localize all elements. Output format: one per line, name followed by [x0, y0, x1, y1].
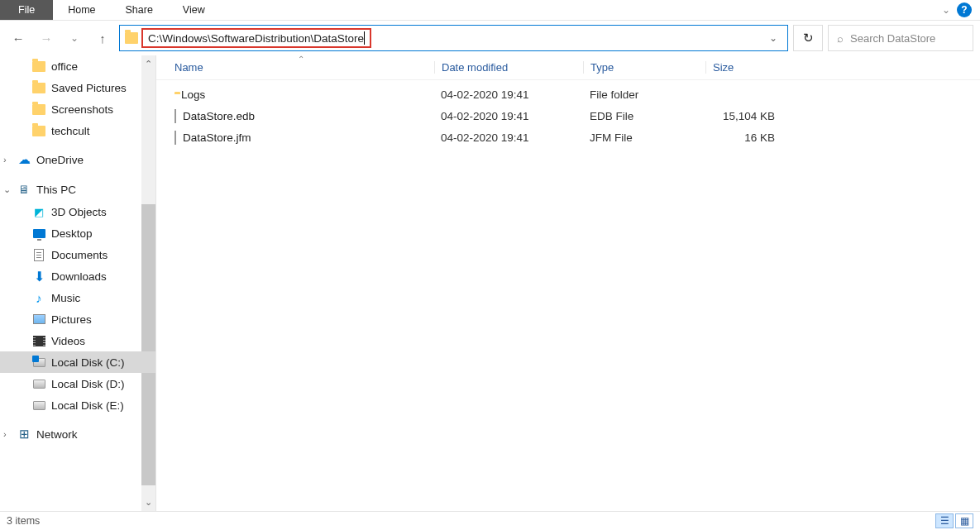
- sidebar-item-local-disk-d[interactable]: Local Disk (D:): [0, 373, 155, 394]
- sidebar-item-downloads[interactable]: ⬇Downloads: [0, 265, 155, 287]
- file-name: DataStore.edb: [183, 110, 255, 122]
- pc-icon: 🖥: [17, 183, 31, 196]
- file-size: 15,104 KB: [705, 110, 786, 122]
- chevron-down-icon[interactable]: ⌄: [3, 184, 11, 195]
- file-row[interactable]: DataStore.edb04-02-2020 19:41EDB File15,…: [156, 105, 980, 127]
- view-large-icons-button[interactable]: ▦: [955, 513, 973, 528]
- sidebar-item-music[interactable]: ♪Music: [0, 287, 155, 308]
- nav-bar: ← → ⌄ ↑ C:\Windows\SoftwareDistribution\…: [0, 21, 980, 55]
- ribbon-tabs: File Home Share View ⌄ ?: [0, 0, 980, 21]
- ribbon-tab-home[interactable]: Home: [53, 0, 110, 20]
- sidebar-item-saved-pictures[interactable]: Saved Pictures: [0, 77, 155, 98]
- address-folder-icon: [125, 32, 138, 44]
- sidebar-item-screenshots[interactable]: Screenshots: [0, 98, 155, 120]
- column-headers: ⌃Name Date modified Type Size: [156, 55, 980, 80]
- file-name: DataStore.jfm: [183, 131, 251, 144]
- file-list-pane: ⌃Name Date modified Type Size Logs04-02-…: [156, 55, 980, 511]
- file-type: File folder: [583, 88, 705, 101]
- address-dropdown-icon[interactable]: ⌄: [764, 32, 782, 44]
- network-icon: ⊞: [17, 427, 31, 441]
- nav-back-icon[interactable]: ←: [7, 26, 30, 50]
- navigation-pane: ⌃ office Saved Pictures Screenshots tech…: [0, 55, 156, 511]
- document-icon: [31, 248, 46, 261]
- status-item-count: 3 items: [7, 515, 40, 527]
- address-path-text[interactable]: C:\Windows\SoftwareDistribution\DataStor…: [148, 32, 364, 45]
- ribbon-tab-share[interactable]: Share: [111, 0, 168, 20]
- sidebar-item-office[interactable]: office: [0, 55, 155, 77]
- column-type[interactable]: Type: [583, 61, 705, 74]
- music-icon: ♪: [31, 291, 46, 304]
- file-row[interactable]: Logs04-02-2020 19:41File folder: [156, 84, 980, 105]
- sidebar-item-desktop[interactable]: Desktop: [0, 222, 155, 244]
- help-icon[interactable]: ?: [957, 2, 972, 17]
- chevron-right-icon[interactable]: ›: [3, 429, 7, 439]
- file-type: EDB File: [583, 110, 705, 122]
- address-highlight: C:\Windows\SoftwareDistribution\DataStor…: [141, 28, 371, 48]
- sidebar-scroll-down-icon[interactable]: ⌄: [145, 497, 152, 508]
- file-size: 16 KB: [705, 131, 786, 144]
- sidebar-item-pictures[interactable]: Pictures: [0, 308, 155, 330]
- refresh-button[interactable]: ↻: [793, 25, 823, 51]
- ribbon-tab-view[interactable]: View: [168, 0, 220, 20]
- file-icon: [174, 131, 176, 144]
- search-icon: ⌕: [837, 32, 844, 45]
- disk-icon: [31, 377, 46, 390]
- 3d-icon: ◩: [31, 205, 46, 218]
- sidebar-item-local-disk-c[interactable]: Local Disk (C:): [0, 351, 155, 373]
- file-date: 04-02-2020 19:41: [434, 131, 583, 144]
- nav-up-icon[interactable]: ↑: [91, 26, 114, 50]
- sidebar-item-videos[interactable]: Videos: [0, 330, 155, 351]
- sidebar-item-local-disk-e[interactable]: Local Disk (E:): [0, 394, 155, 416]
- sort-asc-icon: ⌃: [298, 55, 304, 64]
- file-icon: [174, 110, 176, 122]
- disk-icon: [31, 356, 46, 369]
- sidebar-item-network[interactable]: ›⊞Network: [0, 423, 155, 446]
- file-rows: Logs04-02-2020 19:41File folderDataStore…: [156, 80, 980, 148]
- sidebar-item-onedrive[interactable]: ›☁OneDrive: [0, 148, 155, 171]
- search-input[interactable]: ⌕ Search DataStore: [828, 25, 973, 51]
- download-icon: ⬇: [31, 270, 46, 283]
- file-type: JFM File: [583, 131, 705, 144]
- address-bar[interactable]: C:\Windows\SoftwareDistribution\DataStor…: [119, 25, 788, 51]
- chevron-right-icon[interactable]: ›: [3, 155, 7, 165]
- disk-icon: [31, 399, 46, 412]
- nav-recent-dropdown-icon[interactable]: ⌄: [63, 26, 86, 50]
- nav-forward-icon: →: [35, 26, 58, 50]
- desktop-icon: [31, 227, 46, 240]
- main-area: ⌃ office Saved Pictures Screenshots tech…: [0, 55, 980, 511]
- file-row[interactable]: DataStore.jfm04-02-2020 19:41JFM File16 …: [156, 127, 980, 148]
- sidebar-item-documents[interactable]: Documents: [0, 244, 155, 265]
- sidebar-item-techcult[interactable]: techcult: [0, 120, 155, 141]
- videos-icon: [31, 334, 46, 347]
- search-placeholder: Search DataStore: [850, 32, 935, 45]
- column-size[interactable]: Size: [705, 61, 786, 74]
- view-details-button[interactable]: ☰: [935, 513, 954, 528]
- file-date: 04-02-2020 19:41: [434, 110, 583, 122]
- file-date: 04-02-2020 19:41: [434, 88, 583, 101]
- ribbon-expand-icon[interactable]: ⌄: [942, 4, 950, 16]
- cloud-icon: ☁: [17, 153, 31, 166]
- sidebar-item-this-pc[interactable]: ⌄🖥This PC: [0, 178, 155, 201]
- column-name[interactable]: ⌃Name: [168, 61, 434, 74]
- column-date[interactable]: Date modified: [434, 61, 583, 74]
- pictures-icon: [31, 313, 46, 326]
- sidebar-item-3d-objects[interactable]: ◩3D Objects: [0, 201, 155, 222]
- file-name: Logs: [181, 88, 205, 101]
- ribbon-tab-file[interactable]: File: [0, 0, 53, 20]
- status-bar: 3 items ☰ ▦: [0, 511, 980, 530]
